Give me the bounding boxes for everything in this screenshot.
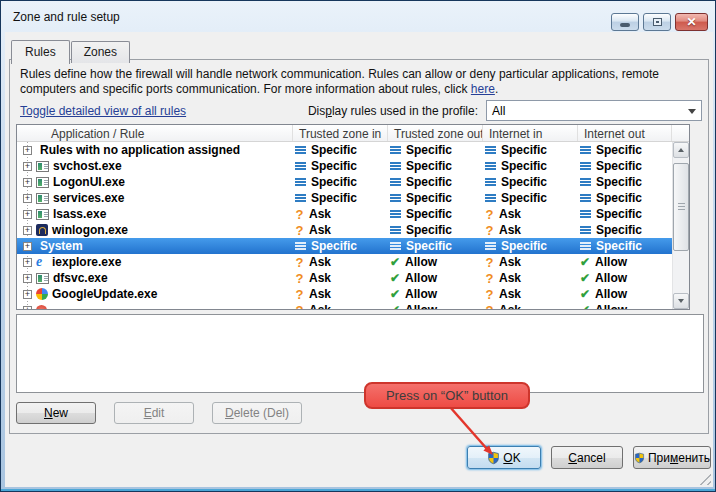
table-row[interactable]: +winlogon.exe?AskSpecific?AskSpecific [17,222,672,238]
expand-plus-icon[interactable]: + [23,178,32,187]
edit-button[interactable]: Edit [114,402,194,424]
expand-plus-icon[interactable]: + [23,274,32,283]
delete-button[interactable]: Delete (Del) [212,402,302,424]
allow-icon: ✔ [580,304,590,309]
expand-plus-icon[interactable]: + [23,226,32,235]
dialog-client-area: Rules Zones Rules define how the firewal… [5,32,713,487]
rule-value-cell: ?Ask [293,223,388,237]
application-cell: + [17,305,293,310]
ask-icon: ? [295,224,304,237]
table-row[interactable]: +?Ask✔Allow?Ask✔Allow [17,302,672,309]
winlogon-file-icon [36,224,48,236]
tab-rules[interactable]: Rules [11,40,70,64]
ie-file-icon: e [36,256,48,268]
rule-value-label: Ask [499,255,521,269]
vertical-scrollbar[interactable] [672,142,689,309]
specific-icon [390,242,401,250]
specific-icon [390,178,401,186]
column-header-internet-in[interactable]: Internet in [483,125,578,141]
allow-icon: ✔ [390,288,400,300]
scrollbar-thumb[interactable] [673,163,689,251]
rule-value-cell: Specific [293,159,388,173]
rule-value-cell: Specific [388,143,483,157]
specific-icon [485,146,496,154]
allow-icon: ✔ [580,272,590,284]
profile-filter-value: All [492,104,505,118]
tab-strip: Rules Zones [11,39,131,63]
ask-icon: ? [485,272,494,285]
rule-value-label: Allow [405,303,437,309]
application-cell: +GoogleUpdate.exe [17,287,293,301]
table-row[interactable]: +services.exeSpecificSpecificSpecificSpe… [17,190,672,206]
expand-plus-icon[interactable]: + [23,258,32,267]
rule-value-label: Specific [311,175,357,189]
minimize-button[interactable] [611,13,639,31]
rule-value-cell: Specific [483,191,578,205]
expand-plus-icon[interactable]: + [23,290,32,299]
minimize-icon [620,23,630,27]
column-header-application-rule[interactable]: Application / Rule [17,125,293,141]
application-name: services.exe [53,191,124,205]
table-row[interactable]: +lsass.exe?AskSpecific?AskSpecific [17,206,672,222]
specific-icon [580,242,591,250]
allow-icon: ✔ [390,304,400,309]
ok-button[interactable]: OK [467,446,541,469]
scroll-down-button[interactable] [673,293,689,309]
google-file-icon [36,288,48,300]
rule-value-label: Specific [406,239,452,253]
description-text: Rules define how the firewall will handl… [20,67,659,96]
app-file-icon [36,273,49,284]
expand-plus-icon[interactable]: + [23,194,32,203]
specific-icon [485,194,496,202]
table-row[interactable]: +LogonUI.exeSpecificSpecificSpecificSpec… [17,174,672,190]
rule-value-cell: ✔Allow [578,255,672,269]
specific-icon [295,178,306,186]
rule-value-label: Specific [596,175,642,189]
rule-value-cell: Specific [483,239,578,253]
column-header-trusted-zone-in[interactable]: Trusted zone in [293,125,388,141]
arrow-up-icon [678,148,684,152]
table-row[interactable]: +SystemSpecificSpecificSpecificSpecific [17,238,672,254]
table-row[interactable]: +dfsvc.exe?Ask✔Allow?Ask✔Allow [17,270,672,286]
application-cell: +eiexplore.exe [17,255,293,269]
close-button[interactable]: ✕ [675,13,708,31]
toggle-detailed-view-link[interactable]: Toggle detailed view of all rules [20,104,186,118]
rule-value-cell: Specific [293,239,388,253]
app-file-icon [36,177,49,188]
expand-plus-icon[interactable]: + [23,210,32,219]
rule-value-label: Specific [501,239,547,253]
scroll-up-button[interactable] [673,142,689,158]
table-row[interactable]: +GoogleUpdate.exe?Ask✔Allow?Ask✔Allow [17,286,672,302]
cancel-button[interactable]: Cancel [551,446,623,469]
specific-icon [295,162,306,170]
specific-icon [295,242,306,250]
rule-value-label: Allow [595,271,627,285]
resize-grip[interactable] [698,472,711,485]
allow-icon: ✔ [580,256,590,268]
specific-icon [390,210,401,218]
rule-value-cell: ?Ask [483,287,578,301]
expand-plus-icon[interactable]: + [23,146,32,155]
here-link[interactable]: here [471,82,495,96]
column-header-trusted-zone-out[interactable]: Trusted zone out [388,125,483,141]
profile-filter-dropdown[interactable]: All [486,100,702,121]
application-name: dfsvc.exe [53,271,108,285]
rule-value-cell: Specific [578,159,672,173]
rule-value-label: Specific [596,143,642,157]
title-bar: Zone and rule setup ✕ [1,1,715,32]
apply-button[interactable]: Применить [633,446,711,469]
column-header-internet-out[interactable]: Internet out [578,125,672,141]
rule-value-cell: Specific [578,207,672,221]
new-button[interactable]: New [16,402,96,424]
specific-icon [295,194,306,202]
expand-plus-icon[interactable]: + [23,162,32,171]
expand-plus-icon[interactable]: + [23,306,32,310]
expand-plus-icon[interactable]: + [23,242,32,251]
table-row[interactable]: +eiexplore.exe?Ask✔Allow?Ask✔Allow [17,254,672,270]
table-row[interactable]: +Rules with no application assignedSpeci… [17,142,672,158]
tab-zones[interactable]: Zones [71,41,130,63]
rule-value-cell: Specific [388,207,483,221]
maximize-button[interactable] [643,13,671,31]
app-file-icon [36,161,49,172]
table-row[interactable]: +svchost.exeSpecificSpecificSpecificSpec… [17,158,672,174]
